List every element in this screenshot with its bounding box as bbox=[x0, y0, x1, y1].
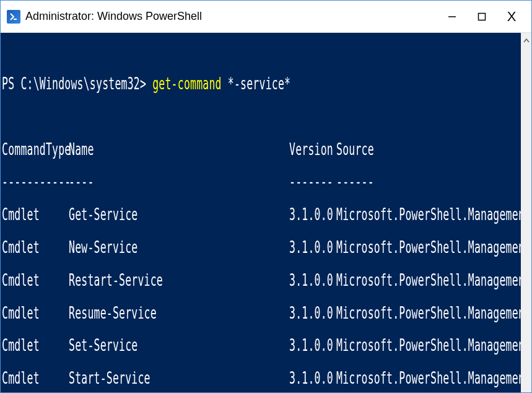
maximize-button[interactable] bbox=[476, 11, 488, 23]
table-row: CmdletSet-Service3.1.0.0Microsoft.PowerS… bbox=[2, 338, 531, 354]
table-row: CmdletResume-Service3.1.0.0Microsoft.Pow… bbox=[2, 305, 531, 321]
window-controls: X bbox=[446, 11, 529, 23]
titlebar[interactable]: Administrator: Windows PowerShell X bbox=[1, 1, 531, 33]
minimize-button[interactable] bbox=[446, 11, 458, 23]
prompt-text: PS C:\Windows\system32> bbox=[2, 74, 152, 92]
scrollbar[interactable] bbox=[521, 33, 531, 392]
header-version: Version bbox=[289, 141, 336, 157]
header-name: Name bbox=[69, 141, 289, 157]
table-row: CmdletRestart-Service3.1.0.0Microsoft.Po… bbox=[2, 272, 531, 288]
table-row: CmdletGet-Service3.1.0.0Microsoft.PowerS… bbox=[2, 207, 531, 223]
header-commandtype: CommandType bbox=[2, 141, 69, 157]
table-row: CmdletStart-Service3.1.0.0Microsoft.Powe… bbox=[2, 371, 531, 387]
terminal-area[interactable]: PS C:\Windows\system32> get-command *-se… bbox=[1, 33, 531, 392]
table-row: CmdletNew-Service3.1.0.0Microsoft.PowerS… bbox=[2, 239, 531, 255]
powershell-icon bbox=[7, 10, 20, 24]
command-line: PS C:\Windows\system32> get-command *-se… bbox=[2, 76, 531, 92]
table-header: CommandTypeNameVersionSource bbox=[2, 141, 531, 157]
window-title: Administrator: Windows PowerShell bbox=[25, 10, 446, 23]
svg-rect-1 bbox=[479, 13, 486, 20]
header-source: Source bbox=[336, 141, 374, 157]
command-args: *-service* bbox=[222, 74, 290, 92]
scroll-up-button[interactable] bbox=[521, 33, 531, 48]
command-name: get-command bbox=[152, 74, 221, 92]
close-button[interactable]: X bbox=[505, 11, 518, 23]
table-divider: ---------------------------- bbox=[2, 174, 531, 190]
